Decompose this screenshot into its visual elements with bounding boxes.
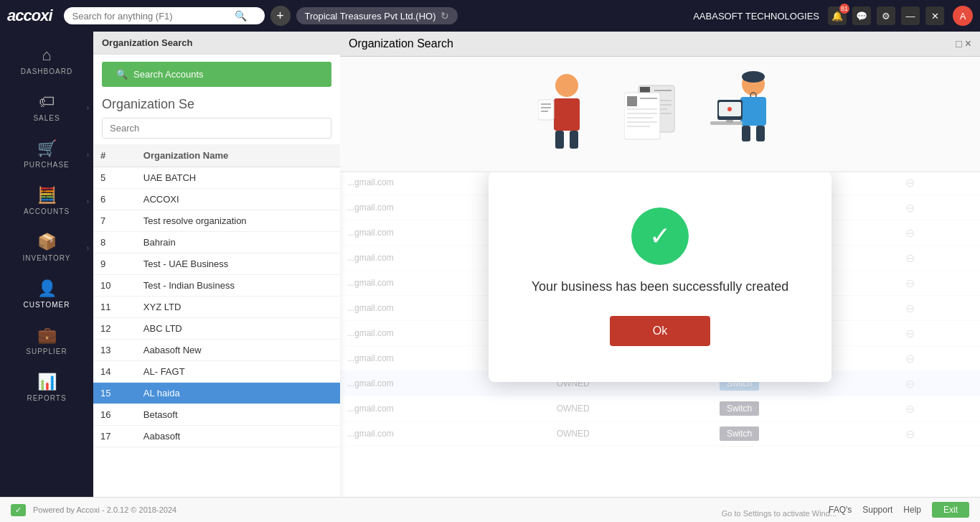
- settings-btn[interactable]: ⚙: [877, 6, 895, 25]
- org-row-num: 5: [93, 167, 136, 189]
- org-table-row[interactable]: 5 UAE BATCH: [93, 167, 340, 189]
- avatar[interactable]: A: [953, 6, 973, 26]
- svg-rect-23: [627, 102, 631, 106]
- org-table-row[interactable]: 13 Aabasoft New: [93, 340, 340, 361]
- sidebar-label-customer: CUSTOMER: [23, 301, 70, 309]
- success-modal: ✓ Your business has been successfully cr…: [489, 172, 832, 382]
- sidebar-label-accounts: ACCOUNTS: [24, 208, 70, 215]
- org-row-num: 12: [93, 318, 136, 340]
- org-search-input[interactable]: [102, 118, 331, 139]
- exit-button[interactable]: Exit: [932, 502, 969, 518]
- sidebar-item-inventory[interactable]: 📦 INVENTORY ›: [0, 225, 93, 269]
- logo: accoxi: [7, 6, 52, 25]
- dashboard-icon: ⌂: [42, 46, 51, 65]
- svg-rect-36: [756, 126, 765, 141]
- notification-badge: 81: [839, 4, 849, 14]
- svg-rect-22: [633, 96, 637, 101]
- org-table-row[interactable]: 17 Aabasoft: [93, 426, 340, 447]
- purchase-icon: 🛒: [37, 139, 57, 158]
- org-row-name: Aabasoft: [136, 426, 340, 447]
- org-table-row[interactable]: 12 ABC LTD: [93, 318, 340, 340]
- search-bar[interactable]: 🔍: [64, 7, 265, 24]
- org-table-row[interactable]: 6 ACCOXI: [93, 189, 340, 210]
- svg-rect-5: [538, 100, 554, 120]
- notification-btn[interactable]: 🔔 81: [828, 6, 847, 25]
- org-row-name: Betasoft: [136, 404, 340, 426]
- success-icon: ✓: [631, 208, 689, 265]
- sidebar-item-dashboard[interactable]: ⌂ DASHBOARD: [0, 39, 93, 83]
- svg-rect-35: [742, 126, 750, 141]
- org-row-name: Test - Indian Business: [136, 275, 340, 297]
- svg-rect-2: [555, 131, 564, 149]
- search-input[interactable]: [72, 11, 230, 22]
- org-table-row[interactable]: 8 Bahrain: [93, 232, 340, 253]
- sidebar-label-purchase: PURCHASE: [24, 161, 70, 169]
- sidebar-item-customer[interactable]: 👤 CUSTOMER: [0, 272, 93, 316]
- person2-svg: [710, 71, 782, 157]
- popup-expand-button[interactable]: □: [956, 37, 961, 50]
- sidebar-item-supplier[interactable]: 💼 SUPPLIER: [0, 319, 93, 363]
- org-row-num: 11: [93, 297, 136, 318]
- sidebar-label-reports: REPORTS: [27, 394, 66, 402]
- sales-chevron: ›: [87, 103, 89, 111]
- org-col-name: Organization Name: [136, 144, 340, 167]
- org-row-num: 13: [93, 340, 136, 361]
- org-table-row[interactable]: 11 XYZ LTD: [93, 297, 340, 318]
- svg-rect-42: [726, 120, 733, 123]
- org-table-row[interactable]: 7 Test resolve organization: [93, 210, 340, 232]
- org-table-row[interactable]: 10 Test - Indian Business: [93, 275, 340, 297]
- search-accounts-button[interactable]: 🔍 Search Accounts: [102, 62, 331, 87]
- add-button[interactable]: +: [270, 6, 291, 26]
- org-row-name: AL- FAGT: [136, 361, 340, 383]
- sidebar-item-accounts[interactable]: 🧮 ACCOUNTS ›: [0, 179, 93, 223]
- sidebar-item-reports[interactable]: 📊 REPORTS: [0, 365, 93, 409]
- search-icon: 🔍: [235, 10, 247, 22]
- org-inner-table: # Organization Name 5 UAE BATCH6 ACCOXI7…: [93, 144, 340, 447]
- org-row-num: 15: [93, 383, 136, 404]
- help-link[interactable]: Help: [903, 505, 921, 515]
- refresh-icon[interactable]: ↻: [440, 10, 449, 22]
- modal-overlay: Organization Search □ ×: [340, 32, 980, 522]
- org-table: # Organization Name 5 UAE BATCH6 ACCOXI7…: [93, 144, 340, 522]
- org-table-row[interactable]: 16 Betasoft: [93, 404, 340, 426]
- sidebar-item-sales[interactable]: 🏷 SALES ›: [0, 85, 93, 129]
- ok-button[interactable]: Ok: [610, 316, 710, 346]
- sidebar-label-sales: SALES: [33, 114, 60, 122]
- footer-checkmark: ✓: [15, 505, 22, 515]
- org-row-name: ACCOXI: [136, 189, 340, 210]
- popup-header: Organization Search □ ×: [340, 32, 980, 57]
- search-accounts-icon: 🔍: [116, 69, 128, 80]
- sidebar-label-supplier: SUPPLIER: [26, 348, 67, 355]
- illustration-person1: [538, 71, 595, 157]
- org-col-num: #: [93, 144, 136, 167]
- org-table-row[interactable]: 14 AL- FAGT: [93, 361, 340, 383]
- support-link[interactable]: Support: [862, 505, 892, 515]
- svg-rect-3: [570, 131, 578, 149]
- sidebar-item-purchase[interactable]: 🛒 PURCHASE ›: [0, 132, 93, 176]
- company-tag: Tropical Treasures Pvt Ltd.(HO) ↻: [296, 7, 458, 24]
- org-row-num: 10: [93, 275, 136, 297]
- minimize-btn[interactable]: —: [901, 6, 920, 25]
- success-message: Your business has been successfully crea…: [532, 279, 789, 294]
- right-side: AABASOFT TECHNOLOGIES 🔔 81 💬 ⚙ — ✕ A: [693, 6, 973, 26]
- org-search-panel: Organization Search 🔍 Search Accounts Or…: [93, 32, 340, 522]
- illustration-person2: [710, 71, 782, 157]
- messages-btn[interactable]: 💬: [852, 6, 871, 25]
- org-table-row[interactable]: 9 Test - UAE Business: [93, 253, 340, 275]
- svg-rect-1: [554, 98, 580, 131]
- close-btn[interactable]: ✕: [925, 6, 944, 25]
- illustration-docs: [624, 82, 682, 146]
- popup-controls: □ ×: [956, 37, 971, 50]
- popup-close-button[interactable]: ×: [965, 37, 971, 50]
- supplier-icon: 💼: [37, 326, 57, 345]
- aabasoft-name: AABASOFT TECHNOLOGIES: [693, 11, 819, 22]
- inventory-chevron: ›: [87, 243, 89, 251]
- svg-point-0: [555, 74, 578, 97]
- footer: ✓ Powered by Accoxi - 2.0.12 © 2018-2024…: [0, 497, 980, 522]
- search-accounts-label: Search Accounts: [133, 69, 204, 80]
- org-table-row[interactable]: 15 AL haida: [93, 383, 340, 404]
- activate-windows-text: Go to Settings to activate Wind...: [722, 509, 837, 518]
- docs-svg: [624, 82, 682, 146]
- svg-rect-34: [740, 97, 766, 126]
- reports-icon: 📊: [37, 373, 57, 391]
